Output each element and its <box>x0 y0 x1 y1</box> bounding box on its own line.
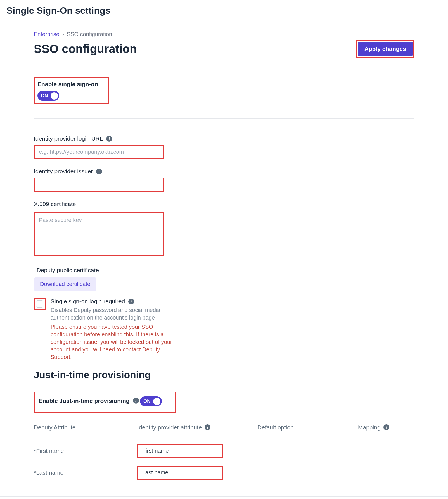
breadcrumb-current: SSO configuration <box>67 31 112 37</box>
info-icon[interactable]: i <box>205 424 210 430</box>
idp-first-name-input[interactable] <box>138 445 222 457</box>
login-required-warning: Please ensure you have tested your SSO c… <box>51 323 179 361</box>
attr-first-name: *First name <box>34 448 137 454</box>
info-icon[interactable]: i <box>96 169 102 174</box>
deputy-cert-label: Deputy public certificate <box>37 267 414 274</box>
table-row: *Last name <box>34 458 414 480</box>
apply-changes-button[interactable]: Apply changes <box>358 42 413 56</box>
toggle-on-label: ON <box>143 399 151 404</box>
app-title: Single Sign-On settings <box>6 5 442 16</box>
col-idp-attr: Identity provider attribute <box>137 424 202 431</box>
col-deputy-attr: Deputy Attribute <box>34 424 137 431</box>
enable-sso-toggle[interactable]: ON <box>37 91 59 101</box>
idp-issuer-label: Identity provider issuer <box>34 168 93 175</box>
enable-sso-label: Enable single sign-on <box>37 81 98 87</box>
idp-login-url-input[interactable] <box>35 146 163 158</box>
breadcrumb-root[interactable]: Enterprise <box>34 31 59 37</box>
jit-enable-label: Enable Just-in-time provisioning <box>39 398 130 404</box>
col-mapping: Mapping <box>358 424 381 431</box>
idp-last-name-input[interactable] <box>138 467 222 479</box>
jit-enable-toggle[interactable]: ON <box>140 396 162 406</box>
info-icon[interactable]: i <box>133 398 139 404</box>
info-icon[interactable]: i <box>383 424 389 430</box>
title-bar: Single Sign-On settings <box>0 0 448 21</box>
x509-label: X.509 certificate <box>34 201 76 207</box>
toggle-on-label: ON <box>41 93 48 99</box>
jit-title: Just-in-time provisioning <box>34 369 414 380</box>
login-required-help: Disables Deputy password and social medi… <box>51 306 179 321</box>
login-required-label: Single sign-on login required <box>51 298 125 305</box>
toggle-knob-icon <box>153 398 160 405</box>
info-icon[interactable]: i <box>128 299 134 304</box>
page-title: SSO configuration <box>34 42 137 56</box>
toggle-knob-icon <box>51 92 58 100</box>
breadcrumb: Enterprise › SSO configuration <box>34 31 414 37</box>
idp-issuer-input[interactable] <box>35 178 163 191</box>
divider <box>34 118 414 119</box>
chevron-right-icon: › <box>62 31 64 37</box>
download-certificate-button[interactable]: Download certificate <box>34 277 96 291</box>
idp-login-url-label: Identity provider login URL <box>34 135 103 142</box>
login-required-checkbox[interactable] <box>36 300 43 308</box>
table-row: *First name <box>34 436 414 458</box>
info-icon[interactable]: i <box>106 136 112 142</box>
col-default: Default option <box>257 424 358 431</box>
x509-textarea[interactable] <box>35 213 163 254</box>
attr-last-name: *Last name <box>34 469 137 476</box>
